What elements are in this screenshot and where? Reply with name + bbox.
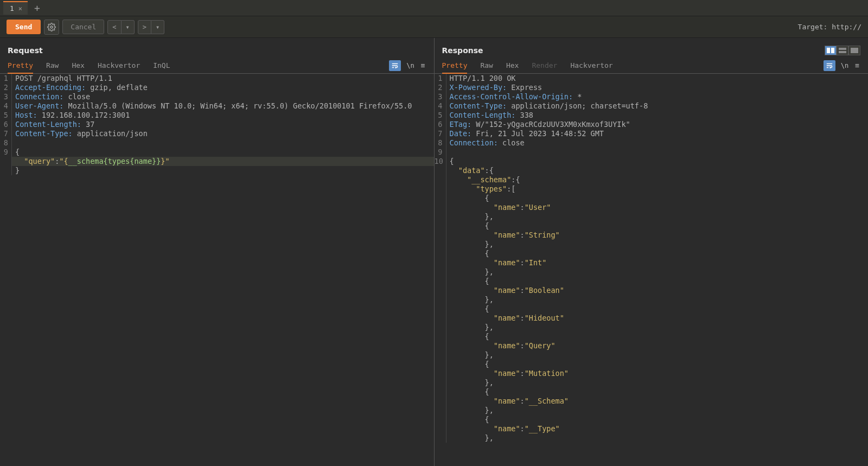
line-content[interactable]: "__schema":{ xyxy=(446,175,869,184)
line-content[interactable]: Host: 192.168.100.172:3001 xyxy=(12,111,434,120)
history-prev-dropdown[interactable]: ▾ xyxy=(122,20,135,34)
line-content[interactable]: { xyxy=(446,221,869,231)
code-line[interactable]: 4User-Agent: Mozilla/5.0 (Windows NT 10.… xyxy=(0,101,434,111)
layout-rows-icon[interactable] xyxy=(837,46,848,55)
line-content[interactable]: "name":"Query" xyxy=(446,341,869,350)
code-line[interactable]: { xyxy=(435,360,869,369)
code-line[interactable]: "name":"__Type" xyxy=(435,424,869,433)
close-icon[interactable]: × xyxy=(18,5,22,12)
add-tab-icon[interactable]: + xyxy=(31,2,43,14)
code-line[interactable]: 1POST /graphql HTTP/1.1 xyxy=(0,74,434,83)
line-content[interactable]: Content-Length: 37 xyxy=(12,120,434,129)
code-line[interactable]: }, xyxy=(435,433,869,443)
code-line[interactable]: { xyxy=(435,304,869,314)
code-line[interactable]: "name":"Hideout" xyxy=(435,314,869,323)
response-editor[interactable]: 1HTTP/1.1 200 OK2X-Powered-By: Express3A… xyxy=(435,74,869,466)
code-line[interactable]: } xyxy=(0,166,434,175)
wrap-icon[interactable] xyxy=(824,60,835,71)
line-content[interactable]: ETag: W/"152-yQgacRCdzUUV3XM0xKmxof3UYIk… xyxy=(446,120,869,129)
code-line[interactable]: { xyxy=(435,277,869,286)
code-line[interactable]: 7Content-Type: application/json xyxy=(0,129,434,138)
line-content[interactable]: User-Agent: Mozilla/5.0 (Windows NT 10.0… xyxy=(12,101,434,111)
code-line[interactable]: { xyxy=(435,194,869,203)
code-line[interactable]: "name":"Mutation" xyxy=(435,369,869,378)
line-content[interactable]: }, xyxy=(446,323,869,332)
line-content[interactable]: { xyxy=(446,194,869,203)
code-line[interactable]: 4Content-Type: application/json; charset… xyxy=(435,101,869,111)
code-line[interactable]: 9 xyxy=(435,148,869,157)
code-line[interactable]: 2Accept-Encoding: gzip, deflate xyxy=(0,83,434,92)
line-content[interactable]: { xyxy=(446,415,869,424)
menu-icon[interactable]: ≡ xyxy=(854,60,860,71)
line-content[interactable]: Content-Length: 338 xyxy=(446,111,869,120)
line-content[interactable]: "data":{ xyxy=(446,166,869,175)
target-label[interactable]: Target: http:// xyxy=(798,23,861,31)
code-line[interactable]: 6Content-Length: 37 xyxy=(0,120,434,129)
code-line[interactable]: "query":"{__schema{types{name}}}" xyxy=(0,157,434,166)
line-content[interactable]: "name":"Hideout" xyxy=(446,314,869,323)
tab-inql[interactable]: InQL xyxy=(153,58,170,73)
code-line[interactable]: 2X-Powered-By: Express xyxy=(435,83,869,92)
tab-hackvertor[interactable]: Hackvertor xyxy=(570,58,612,73)
line-content[interactable]: Content-Type: application/json xyxy=(12,129,434,138)
line-content[interactable]: Date: Fri, 21 Jul 2023 14:48:52 GMT xyxy=(446,129,869,138)
tab-hackvertor[interactable]: Hackvertor xyxy=(98,58,140,73)
history-prev-button[interactable]: < xyxy=(107,20,121,34)
code-line[interactable]: }, xyxy=(435,267,869,277)
code-line[interactable]: 8 xyxy=(0,138,434,148)
code-line[interactable]: 5Host: 192.168.100.172:3001 xyxy=(0,111,434,120)
line-content[interactable]: { xyxy=(446,277,869,286)
tab-raw[interactable]: Raw xyxy=(480,58,493,73)
line-content[interactable]: { xyxy=(446,332,869,341)
code-line[interactable]: }, xyxy=(435,212,869,221)
code-line[interactable]: { xyxy=(435,387,869,397)
line-content[interactable]: Connection: close xyxy=(446,138,869,148)
line-content[interactable]: }, xyxy=(446,295,869,304)
code-line[interactable]: "name":"Int" xyxy=(435,258,869,267)
line-content[interactable]: Connection: close xyxy=(12,92,434,101)
code-line[interactable]: "name":"Query" xyxy=(435,341,869,350)
code-line[interactable]: }, xyxy=(435,295,869,304)
line-content[interactable]: Content-Type: application/json; charset=… xyxy=(446,101,869,111)
code-line[interactable]: { xyxy=(435,332,869,341)
tab-hex[interactable]: Hex xyxy=(72,58,84,73)
line-content[interactable]: HTTP/1.1 200 OK xyxy=(446,74,869,83)
line-content[interactable]: Access-Control-Allow-Origin: * xyxy=(446,92,869,101)
code-line[interactable]: "name":"Boolean" xyxy=(435,286,869,295)
line-content[interactable]: { xyxy=(446,387,869,397)
menu-icon[interactable]: ≡ xyxy=(420,60,426,71)
code-line[interactable]: }, xyxy=(435,406,869,415)
line-content[interactable]: POST /graphql HTTP/1.1 xyxy=(12,74,434,83)
code-line[interactable]: "name":"User" xyxy=(435,203,869,212)
line-content[interactable]: } xyxy=(12,166,434,175)
line-content[interactable]: { xyxy=(446,360,869,369)
tab-pretty[interactable]: Pretty xyxy=(8,58,33,74)
line-content[interactable]: "types":[ xyxy=(446,184,869,194)
wrap-icon[interactable] xyxy=(389,60,401,71)
line-content[interactable]: }, xyxy=(446,267,869,277)
code-line[interactable]: 7Date: Fri, 21 Jul 2023 14:48:52 GMT xyxy=(435,129,869,138)
line-content[interactable]: "name":"Boolean" xyxy=(446,286,869,295)
code-line[interactable]: "name":"__Schema" xyxy=(435,397,869,406)
code-line[interactable]: }, xyxy=(435,378,869,387)
code-line[interactable]: "data":{ xyxy=(435,166,869,175)
tab-hex[interactable]: Hex xyxy=(506,58,519,73)
tab-pretty[interactable]: Pretty xyxy=(442,58,468,74)
tab-raw[interactable]: Raw xyxy=(46,58,59,73)
line-content[interactable]: }, xyxy=(446,212,869,221)
request-editor[interactable]: 1POST /graphql HTTP/1.12Accept-Encoding:… xyxy=(0,74,434,466)
line-content[interactable]: X-Powered-By: Express xyxy=(446,83,869,92)
code-line[interactable]: }, xyxy=(435,350,869,360)
gear-icon[interactable] xyxy=(44,20,59,35)
code-line[interactable]: 9{ xyxy=(0,148,434,157)
code-line[interactable]: 5Content-Length: 338 xyxy=(435,111,869,120)
repeater-tab[interactable]: 1 × xyxy=(3,1,28,15)
code-line[interactable]: 8Connection: close xyxy=(435,138,869,148)
code-line[interactable]: { xyxy=(435,221,869,231)
code-line[interactable]: 3Access-Control-Allow-Origin: * xyxy=(435,92,869,101)
line-content[interactable]: }, xyxy=(446,433,869,443)
line-content[interactable]: { xyxy=(12,148,434,157)
code-line[interactable]: "types":[ xyxy=(435,184,869,194)
layout-columns-icon[interactable] xyxy=(825,46,837,55)
code-line[interactable]: }, xyxy=(435,240,869,249)
